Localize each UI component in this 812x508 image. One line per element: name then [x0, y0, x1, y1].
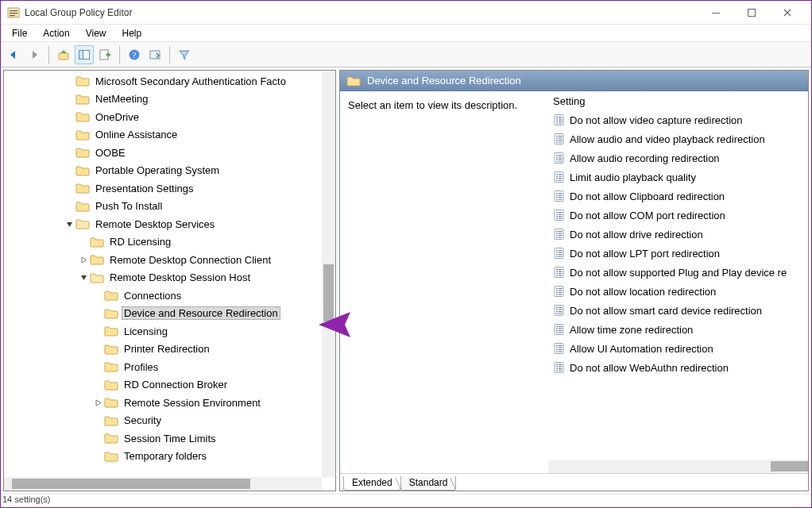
- svg-rect-99: [556, 292, 558, 293]
- svg-rect-126: [556, 349, 558, 350]
- menu-file[interactable]: File: [4, 26, 35, 40]
- tree-item[interactable]: Presentation Settings: [4, 179, 335, 198]
- folder-icon: [104, 432, 118, 444]
- tree-item[interactable]: Licensing: [4, 322, 335, 341]
- svg-rect-23: [556, 136, 558, 137]
- export-list-button[interactable]: [95, 45, 114, 64]
- tree-item[interactable]: Portable Operating System: [4, 162, 335, 180]
- policy-icon: [553, 171, 566, 183]
- svg-rect-52: [556, 195, 558, 196]
- policy-icon: [553, 152, 566, 164]
- close-button[interactable]: [769, 1, 805, 25]
- maximize-button[interactable]: [733, 1, 769, 25]
- tree-item[interactable]: Remote Desktop Services: [4, 215, 335, 233]
- svg-rect-128: [556, 352, 558, 352]
- folder-icon: [104, 360, 118, 373]
- menu-view[interactable]: View: [78, 26, 114, 40]
- svg-rect-43: [556, 176, 558, 177]
- setting-item[interactable]: Do not allow supported Plug and Play dev…: [548, 263, 808, 282]
- tree-item[interactable]: NetMeeting: [4, 90, 335, 109]
- setting-item[interactable]: Do not allow WebAuthn redirection: [548, 358, 808, 377]
- tree-item[interactable]: Device and Resource Redirection: [4, 305, 335, 323]
- setting-label: Do not allow location redirection: [570, 286, 716, 298]
- svg-rect-138: [559, 371, 563, 371]
- tree-item[interactable]: Push To Install: [4, 198, 335, 216]
- tree-item-label: Session Time Limits: [122, 432, 218, 445]
- svg-rect-33: [559, 155, 563, 156]
- tree-item[interactable]: Remote Desktop Session Host: [4, 269, 335, 287]
- svg-text:?: ?: [133, 51, 137, 60]
- svg-rect-48: [559, 180, 563, 181]
- svg-rect-93: [559, 275, 563, 276]
- tree-item[interactable]: RD Connection Broker: [4, 376, 335, 394]
- setting-item[interactable]: Do not allow video capture redirection: [548, 110, 808, 129]
- svg-rect-17: [559, 119, 563, 120]
- back-button[interactable]: [4, 45, 23, 64]
- menu-help[interactable]: Help: [114, 26, 150, 40]
- setting-item[interactable]: Do not allow Clipboard redirection: [548, 187, 808, 206]
- setting-item[interactable]: Limit audio playback quality: [548, 167, 808, 187]
- tree-item[interactable]: Printer Redirection: [4, 341, 335, 359]
- toolbar: ?: [1, 42, 811, 67]
- setting-item[interactable]: Do not allow LPT port redirection: [548, 244, 808, 263]
- show-hide-tree-button[interactable]: [75, 45, 94, 64]
- chevron-down-icon[interactable]: [63, 221, 75, 228]
- setting-item[interactable]: Do not allow drive redirection: [548, 225, 808, 244]
- folder-icon: [75, 182, 90, 194]
- tab-standard[interactable]: Standard: [400, 476, 457, 491]
- chevron-right-icon[interactable]: [91, 399, 104, 406]
- tree-item[interactable]: Remote Session Environment: [4, 394, 335, 412]
- filter-button[interactable]: [175, 45, 194, 64]
- tree-item[interactable]: OOBE: [4, 144, 335, 162]
- help-button[interactable]: ?: [125, 45, 144, 64]
- minimize-button[interactable]: [698, 1, 733, 25]
- list-scrollbar-horizontal[interactable]: [548, 460, 808, 473]
- svg-rect-39: [559, 161, 563, 162]
- svg-rect-25: [556, 138, 558, 139]
- tree-item[interactable]: RD Licensing: [4, 233, 335, 252]
- tree-scrollbar-horizontal[interactable]: [4, 477, 322, 491]
- up-button[interactable]: [54, 45, 73, 64]
- tree-item[interactable]: Session Time Limits: [4, 429, 335, 448]
- properties-button[interactable]: [145, 45, 164, 64]
- policy-icon: [553, 228, 566, 241]
- tree-item[interactable]: Security: [4, 412, 335, 430]
- window-title: Local Group Policy Editor: [25, 7, 132, 18]
- tree-item[interactable]: Profiles: [4, 358, 335, 376]
- svg-rect-29: [556, 142, 558, 143]
- chevron-down-icon[interactable]: [77, 274, 90, 281]
- svg-rect-66: [559, 218, 563, 219]
- svg-rect-136: [559, 368, 563, 369]
- svg-rect-95: [556, 288, 558, 289]
- svg-rect-57: [559, 199, 563, 200]
- tree-item[interactable]: Connections: [4, 287, 335, 305]
- tab-extended[interactable]: Extended: [343, 476, 401, 491]
- forward-button[interactable]: [25, 45, 44, 64]
- svg-rect-16: [556, 119, 558, 120]
- tree-item[interactable]: Microsoft Secondary Authentication Facto: [4, 72, 335, 90]
- chevron-right-icon[interactable]: [77, 256, 90, 264]
- tree-item[interactable]: Online Assistance: [4, 126, 335, 144]
- setting-item[interactable]: Allow audio recording redirection: [548, 148, 808, 167]
- menu-action[interactable]: Action: [35, 26, 77, 40]
- setting-item[interactable]: Do not allow COM port redirection: [548, 206, 808, 225]
- svg-rect-35: [559, 157, 563, 158]
- tree-item-label: Remote Desktop Session Host: [107, 271, 253, 284]
- folder-icon: [75, 75, 90, 87]
- tree-item[interactable]: Temporary folders: [4, 448, 335, 466]
- tree-item[interactable]: Remote Desktop Connection Client: [4, 251, 335, 269]
- details-header-title: Device and Resource Redirection: [367, 75, 521, 87]
- setting-item[interactable]: Allow UI Automation redirection: [548, 339, 808, 358]
- setting-item[interactable]: Allow time zone redirection: [548, 320, 808, 339]
- svg-rect-5: [748, 9, 755, 16]
- tree-item[interactable]: OneDrive: [4, 108, 335, 126]
- svg-rect-62: [559, 214, 563, 215]
- svg-rect-108: [556, 311, 558, 312]
- svg-rect-18: [556, 121, 558, 121]
- column-header-setting[interactable]: Setting: [548, 91, 808, 110]
- tree-scrollbar-vertical[interactable]: [322, 71, 335, 477]
- setting-item[interactable]: Allow audio and video playback redirecti…: [548, 129, 808, 148]
- setting-item[interactable]: Do not allow location redirection: [548, 282, 808, 301]
- svg-rect-89: [559, 271, 563, 272]
- setting-item[interactable]: Do not allow smart card device redirecti…: [548, 301, 808, 320]
